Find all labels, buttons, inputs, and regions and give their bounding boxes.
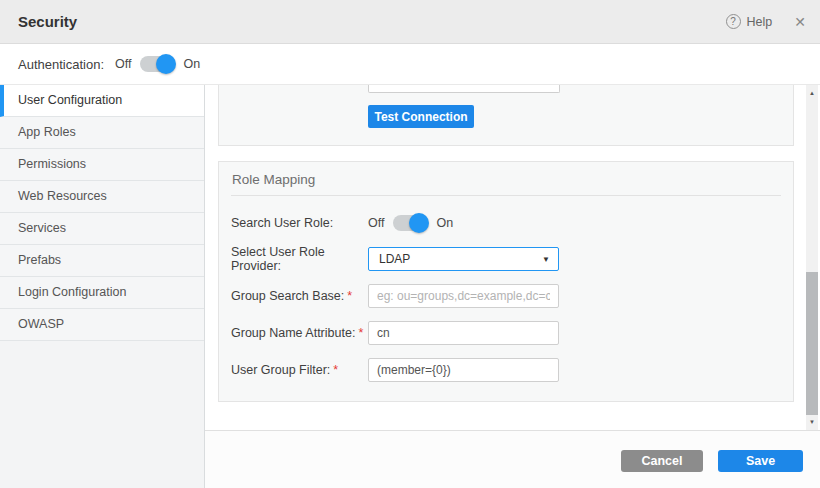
search-user-role-toggle[interactable] [393, 215, 427, 231]
provider-row: Select User Role Provider: LDAP ▼ [231, 247, 781, 271]
toggle-knob [409, 213, 429, 233]
authentication-toggle-group: Off On [115, 56, 200, 72]
authentication-toggle[interactable] [140, 56, 174, 72]
sidebar-item-user-configuration[interactable]: User Configuration [0, 85, 204, 117]
vertical-scrollbar[interactable]: ▲ ▼ [806, 85, 818, 430]
required-asterisk: * [358, 326, 363, 340]
scrollbar-thumb[interactable] [806, 272, 818, 415]
close-icon[interactable]: ✕ [794, 14, 806, 30]
user-group-filter-row: User Group Filter:* [231, 358, 781, 382]
scroll-up-icon[interactable]: ▲ [806, 89, 818, 97]
toggle-knob [156, 54, 176, 74]
group-name-attribute-label: Group Name Attribute: [231, 326, 355, 340]
sidebar-item-login-configuration[interactable]: Login Configuration [0, 277, 204, 309]
authentication-bar: Authentication: Off On [0, 44, 820, 85]
dropdown-arrow-icon: ▼ [542, 255, 550, 264]
main-content: Test Connection Role Mapping Search User… [205, 85, 820, 488]
save-button[interactable]: Save [718, 450, 803, 472]
provider-selected-value: LDAP [379, 252, 410, 266]
section-divider [231, 195, 781, 196]
page-header: Security ? Help ✕ [0, 0, 820, 44]
group-search-base-label: Group Search Base: [231, 289, 344, 303]
search-user-role-row: Search User Role: Off On [231, 211, 781, 235]
header-actions: ? Help ✕ [726, 14, 806, 30]
connection-panel: Test Connection [218, 85, 794, 146]
group-search-base-row: Group Search Base:* [231, 284, 781, 308]
role-mapping-panel: Role Mapping Search User Role: Off On Se… [218, 161, 794, 402]
content-scroll-area: Test Connection Role Mapping Search User… [205, 85, 820, 430]
sidebar-item-permissions[interactable]: Permissions [0, 149, 204, 181]
search-user-role-off-label: Off [368, 216, 384, 230]
help-icon: ? [726, 14, 741, 29]
provider-label: Select User Role Provider: [231, 245, 368, 273]
scroll-down-icon[interactable]: ▼ [806, 418, 818, 426]
group-name-attribute-row: Group Name Attribute:* [231, 321, 781, 345]
test-connection-button[interactable]: Test Connection [368, 105, 474, 128]
sidebar-item-prefabs[interactable]: Prefabs [0, 245, 204, 277]
sidebar-item-app-roles[interactable]: App Roles [0, 117, 204, 149]
role-mapping-title: Role Mapping [232, 172, 315, 187]
search-user-role-on-label: On [436, 216, 453, 230]
help-button[interactable]: ? Help [726, 14, 773, 29]
sidebar: User Configuration App Roles Permissions… [0, 85, 205, 488]
authentication-on-label: On [183, 57, 200, 71]
page-title: Security [18, 13, 726, 30]
search-user-role-toggle-group: Off On [368, 215, 453, 231]
required-asterisk: * [333, 363, 338, 377]
partial-input[interactable] [368, 85, 560, 93]
authentication-off-label: Off [115, 57, 131, 71]
footer-action-bar: Cancel Save [205, 430, 820, 488]
search-user-role-label: Search User Role: [231, 216, 368, 230]
user-role-provider-select[interactable]: LDAP ▼ [368, 247, 559, 271]
security-page: Security ? Help ✕ Authentication: Off On… [0, 0, 820, 488]
sidebar-item-owasp[interactable]: OWASP [0, 309, 204, 341]
sidebar-item-services[interactable]: Services [0, 213, 204, 245]
required-asterisk: * [347, 289, 352, 303]
authentication-label: Authentication: [18, 57, 115, 72]
sidebar-item-web-resources[interactable]: Web Resources [0, 181, 204, 213]
help-label: Help [747, 15, 773, 29]
user-group-filter-label: User Group Filter: [231, 363, 330, 377]
user-group-filter-input[interactable] [368, 358, 559, 382]
group-search-base-input[interactable] [368, 284, 559, 308]
cancel-button[interactable]: Cancel [621, 450, 703, 472]
group-name-attribute-input[interactable] [368, 321, 559, 345]
